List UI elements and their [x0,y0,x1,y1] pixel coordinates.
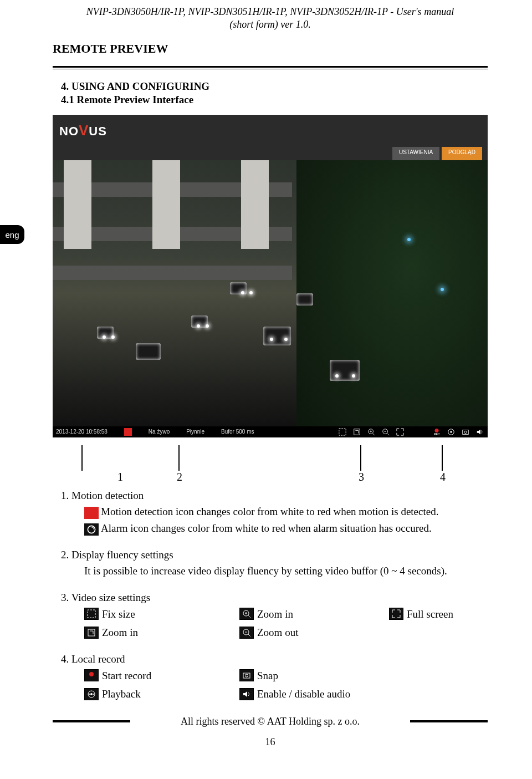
video-status-bar: 2013-12-20 10:58:58 Na żywo Płynnie Bufo… [53,426,488,437]
chapter-subheading: 4.1 Remote Preview Interface [61,94,479,106]
zoom-in-button[interactable] [367,427,376,436]
footer-bar-right [410,720,488,722]
running-header: NVIP-3DN3050H/IR-1P, NVIP-3DN3051H/IR-1P… [53,6,488,32]
zoom-in-icon [239,608,254,620]
label-full-screen: Full screen [407,607,453,622]
app-header: NOVUS [53,115,488,147]
item1-line-b: Alarm icon changes color from white to r… [101,522,432,534]
svg-rect-0 [339,429,346,435]
section-title: REMOTE PREVIEW [53,42,488,56]
svg-point-20 [89,694,90,695]
playback-button[interactable] [447,427,456,436]
item4-title: 4. Local record [61,652,479,666]
footer-text: All rights reserved © AAT Holding sp. z … [137,716,403,727]
record-icon [84,669,99,681]
playback-icon [84,688,99,700]
callout-2: 2 [177,471,182,483]
audio-button[interactable] [475,427,484,436]
item2-line-a: It is possible to increase video display… [61,564,479,578]
status-buffer: Bufor 500 ms [221,429,254,435]
running-header-line2: (short form) ver 1.0. [53,18,488,31]
svg-point-7 [450,431,452,433]
zoom-out-icon [239,627,254,639]
item1-line-a: Motion detection icon changes color from… [101,506,438,517]
label-zoom-out: Zoom out [257,625,298,640]
svg-rect-8 [463,430,469,434]
label-start-record: Start record [102,669,151,683]
fix-size-button[interactable] [338,427,347,436]
status-mode: Na żywo [149,429,170,435]
callout-4: 4 [440,471,446,483]
label-audio: Enable / disable audio [257,687,350,701]
brand-logo: NOVUS [59,122,107,139]
svg-rect-1 [354,429,360,435]
fullscreen-button[interactable] [396,427,405,436]
svg-rect-11 [88,610,95,618]
svg-point-19 [90,693,93,695]
label-playback: Playback [102,687,141,701]
callout-3: 3 [359,471,364,483]
audio-icon [239,688,254,700]
callout-arrows [53,437,488,471]
chapter-heading: 4. USING AND CONFIGURING [61,80,479,93]
status-timestamp: 2013-12-20 10:58:58 [56,429,108,435]
record-button[interactable]: REC [432,427,441,436]
svg-point-9 [464,431,467,433]
svg-point-4 [435,429,439,432]
label-zoom-in-a: Zoom in [257,607,293,622]
callout-labels: 1 2 3 4 [53,471,488,486]
zoom-fit-icon [84,627,99,639]
motion-indicator-icon [124,428,132,436]
snapshot-button[interactable] [461,427,470,436]
svg-point-21 [93,694,94,695]
motion-icon [84,507,99,519]
video-preview-area [53,160,488,426]
fullscreen-icon [389,608,403,620]
tab-settings[interactable]: USTAWIENIA [392,147,439,160]
alarm-icon [84,523,99,536]
running-header-line1: NVIP-3DN3050H/IR-1P, NVIP-3DN3051H/IR-1P… [53,6,488,18]
item2-title: 2. Display fluency settings [61,548,479,562]
item1-title: 1. Motion detection [61,488,479,503]
fix-size-icon [84,608,99,620]
app-tabs: USTAWIENIA PODGLĄD [53,147,488,160]
label-snap: Snap [257,669,278,683]
item3-title: 3. Video size settings [61,590,479,605]
svg-rect-13 [88,629,95,636]
snap-icon [239,669,254,681]
svg-point-15 [89,672,94,676]
svg-text:REC: REC [434,432,440,436]
status-stream: Płynnie [186,429,204,435]
horizontal-rule [53,66,488,69]
svg-rect-16 [243,673,250,678]
footer-bar-left [53,720,130,722]
page-number: 16 [53,736,488,748]
language-tab: eng [0,225,24,244]
app-screenshot: NOVUS USTAWIENIA PODGLĄD [53,115,488,437]
tab-preview[interactable]: PODGLĄD [442,147,482,160]
label-fix-size: Fix size [102,607,135,622]
zoom-out-button[interactable] [381,427,390,436]
callout-1: 1 [117,471,123,483]
label-zoom-in-b: Zoom in [102,625,138,640]
zoom-fit-button[interactable] [352,427,361,436]
svg-point-17 [245,674,248,677]
